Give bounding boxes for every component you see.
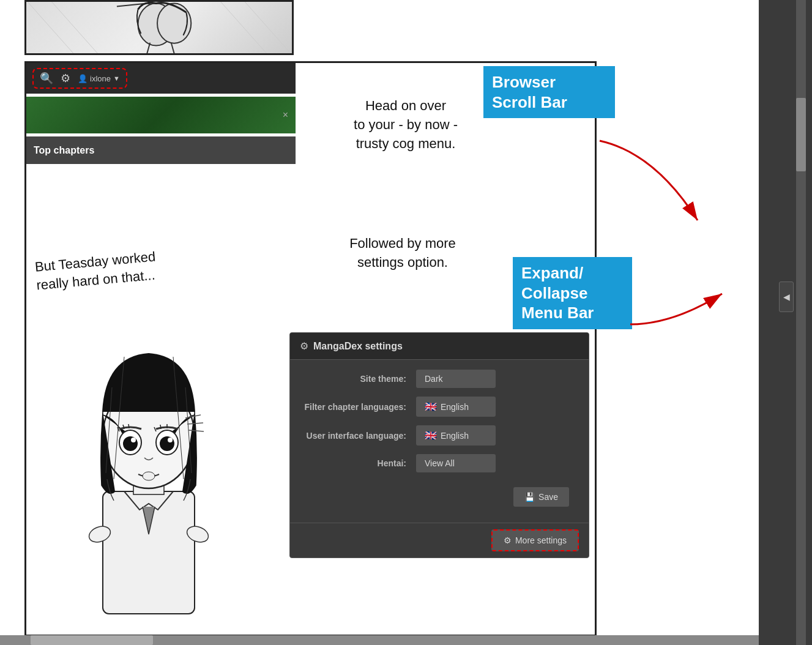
filter-lang-value[interactable]: 🇬🇧 English <box>416 397 496 417</box>
save-button-label: Save <box>538 492 558 502</box>
svg-point-17 <box>131 438 136 442</box>
svg-point-3 <box>157 4 191 43</box>
filter-lang-flag: 🇬🇧 <box>425 401 437 412</box>
settings-gear-icon: ⚙ <box>300 340 308 352</box>
annotation2-line2: settings option. <box>357 255 448 270</box>
svg-line-8 <box>220 1 268 55</box>
green-banner: × <box>26 97 296 133</box>
callout-browser-text: BrowserScroll Bar <box>492 73 567 111</box>
manga-nav-bar: 🔍 ⚙ 👤 ixlone ▼ <box>26 63 296 94</box>
svg-line-28 <box>160 425 161 429</box>
svg-line-5 <box>171 43 174 54</box>
svg-point-16 <box>160 436 174 451</box>
ui-lang-value[interactable]: 🇬🇧 English <box>416 425 496 446</box>
ui-lang-text: English <box>441 431 469 441</box>
more-settings-button[interactable]: ⚙ More settings <box>491 529 579 551</box>
save-icon: 💾 <box>524 492 535 502</box>
site-theme-value[interactable]: Dark <box>416 370 496 388</box>
annotation-text-1: Head on over to your - by now - trusty c… <box>320 97 491 153</box>
main-content-area: 🔍 ⚙ 👤 ixlone ▼ × Top chapters Head on ov… <box>0 0 759 645</box>
manga-top-image <box>26 2 292 53</box>
settings-row-hentai: Hentai: View All <box>300 454 579 472</box>
svg-point-18 <box>168 438 173 442</box>
user-icon: 👤 <box>78 74 88 83</box>
ui-lang-label: User interface language: <box>300 431 416 441</box>
svg-point-15 <box>123 436 138 451</box>
manga-speech-text: But Teasday worked really hard on that..… <box>34 247 158 294</box>
annotation-line2: to your - by now - <box>354 117 458 132</box>
dropdown-arrow-icon: ▼ <box>113 75 120 82</box>
nav-dashed-border: 🔍 ⚙ 👤 ixlone ▼ <box>32 68 127 89</box>
bottom-scrollbar-thumb[interactable] <box>31 635 153 645</box>
filter-lang-label: Filter chapter languages: <box>300 402 416 412</box>
settings-panel-title: MangaDex settings <box>313 341 403 352</box>
svg-line-9 <box>244 1 292 55</box>
site-theme-label: Site theme: <box>300 374 416 384</box>
filter-lang-text: English <box>441 402 469 412</box>
manga-content-box: 🔍 ⚙ 👤 ixlone ▼ × Top chapters Head on ov… <box>24 61 597 636</box>
svg-line-6 <box>26 1 75 55</box>
settings-footer: 💾 Save <box>300 481 579 507</box>
manga-panel-top <box>24 0 294 55</box>
top-chapters-label: Top chapters <box>34 145 94 156</box>
hentai-value[interactable]: View All <box>416 454 496 472</box>
callout-expand-collapse: Expand/CollapseMenu Bar <box>513 257 632 329</box>
collapse-sidebar-button[interactable]: ◀ <box>779 281 794 312</box>
settings-row-ui-lang: User interface language: 🇬🇧 English <box>300 425 579 446</box>
ui-lang-flag: 🇬🇧 <box>425 430 437 441</box>
hentai-label: Hentai: <box>300 458 416 468</box>
right-sidebar: ◀ <box>759 0 812 645</box>
site-theme-text: Dark <box>425 374 443 384</box>
annotation2-line1: Followed by more <box>349 236 456 251</box>
settings-more-footer: ⚙ More settings <box>290 523 589 557</box>
annotation-text-2: Followed by more settings option. <box>308 234 497 272</box>
user-profile[interactable]: 👤 ixlone ▼ <box>78 74 120 83</box>
settings-icon[interactable]: ⚙ <box>61 72 70 85</box>
scrollbar-thumb[interactable] <box>796 98 806 171</box>
callout-expand-text: Expand/CollapseMenu Bar <box>521 264 594 322</box>
annotation-line1: Head on over <box>365 98 446 113</box>
settings-panel-header: ⚙ MangaDex settings <box>290 333 589 360</box>
collapse-arrow-icon: ◀ <box>783 292 790 302</box>
annotation-line3: trusty cog menu. <box>356 136 456 151</box>
settings-row-filter-lang: Filter chapter languages: 🇬🇧 English <box>300 397 579 417</box>
manga-character-illustration <box>29 296 268 629</box>
top-chapters-bar: Top chapters <box>26 136 296 164</box>
svg-line-7 <box>50 1 99 55</box>
settings-row-theme: Site theme: Dark <box>300 370 579 388</box>
svg-point-19 <box>143 472 155 480</box>
callout-browser-scrollbar: BrowserScroll Bar <box>483 66 615 118</box>
save-button[interactable]: 💾 Save <box>513 487 569 507</box>
more-settings-label: More settings <box>515 535 567 545</box>
scrollbar-track[interactable] <box>796 0 806 645</box>
settings-panel: ⚙ MangaDex settings Site theme: Dark Fil… <box>289 332 589 558</box>
svg-line-26 <box>129 424 129 428</box>
more-settings-icon: ⚙ <box>504 535 512 545</box>
username-label: ixlone <box>90 74 111 83</box>
close-icon[interactable]: × <box>283 110 288 121</box>
hentai-text: View All <box>425 458 455 468</box>
search-icon[interactable]: 🔍 <box>40 72 53 85</box>
settings-panel-body: Site theme: Dark Filter chapter language… <box>290 360 589 516</box>
bottom-scrollbar[interactable] <box>0 635 759 645</box>
